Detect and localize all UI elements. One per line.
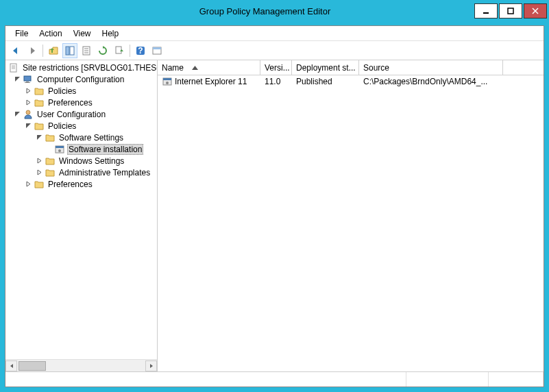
expand-icon[interactable] bbox=[36, 169, 43, 176]
svg-rect-27 bbox=[163, 78, 171, 80]
tree-body[interactable]: Site restrictions [SRVBLOG01.THESOL Comp… bbox=[5, 60, 157, 359]
tree-root[interactable]: Site restrictions [SRVBLOG01.THESOL bbox=[5, 62, 157, 73]
column-label: Versi... bbox=[265, 63, 290, 73]
options-button[interactable] bbox=[149, 43, 164, 58]
menubar: File Action View Help bbox=[5, 26, 544, 41]
policy-icon bbox=[8, 62, 19, 73]
svg-point-28 bbox=[166, 82, 169, 84]
svg-rect-15 bbox=[10, 64, 16, 72]
scroll-thumb[interactable] bbox=[19, 361, 46, 371]
tree-label: Preferences bbox=[47, 98, 94, 108]
tree-label: User Configuration bbox=[36, 110, 107, 119]
back-button[interactable] bbox=[8, 43, 23, 58]
tree-label: Software Settings bbox=[58, 133, 125, 143]
list-body[interactable]: Internet Explorer 11 11.0 Published C:\P… bbox=[158, 75, 544, 371]
tree-cc[interactable]: Computer Configuration bbox=[5, 73, 157, 85]
list-pane: Name Versi... Deployment st... Source In… bbox=[158, 60, 544, 371]
cell-name: Internet Explorer 11 bbox=[175, 77, 247, 86]
cell-deploy: Published bbox=[292, 77, 359, 86]
list-item[interactable]: Internet Explorer 11 11.0 Published C:\P… bbox=[158, 75, 544, 88]
collapse-icon[interactable] bbox=[14, 75, 21, 83]
up-button[interactable] bbox=[46, 43, 61, 58]
tree-uc-admin-tpl[interactable]: Administrative Templates bbox=[5, 167, 157, 178]
svg-rect-20 bbox=[26, 82, 29, 82]
tree-label: Site restrictions [SRVBLOG01.THESOL bbox=[21, 63, 157, 73]
refresh-button[interactable] bbox=[95, 43, 110, 58]
tree-label: Software installation bbox=[67, 144, 143, 155]
tree-uc-sw-settings[interactable]: Software Settings bbox=[5, 132, 157, 143]
column-name[interactable]: Name bbox=[158, 60, 260, 75]
window: Group Policy Management Editor File Acti… bbox=[0, 0, 549, 392]
collapse-icon[interactable] bbox=[25, 122, 32, 130]
list-header: Name Versi... Deployment st... Source bbox=[158, 60, 544, 75]
collapse-icon[interactable] bbox=[14, 110, 21, 118]
tree-cc-policies[interactable]: Policies bbox=[5, 85, 157, 97]
menu-help[interactable]: Help bbox=[97, 27, 125, 40]
column-label: Deployment st... bbox=[296, 63, 356, 73]
column-deployment[interactable]: Deployment st... bbox=[292, 60, 359, 75]
menu-action[interactable]: Action bbox=[34, 27, 67, 40]
column-label: Name bbox=[162, 63, 184, 73]
show-hide-tree-button[interactable] bbox=[62, 43, 77, 58]
scroll-left-button[interactable] bbox=[5, 360, 17, 371]
toolbar-separator bbox=[130, 45, 130, 57]
minimize-button[interactable] bbox=[474, 3, 498, 19]
user-icon bbox=[23, 109, 34, 120]
tree-label: Computer Configuration bbox=[36, 75, 125, 84]
toolbar: ? bbox=[5, 41, 544, 60]
tree-pane: Site restrictions [SRVBLOG01.THESOL Comp… bbox=[5, 60, 158, 371]
status-cell bbox=[489, 372, 544, 387]
folder-icon bbox=[34, 86, 45, 97]
svg-rect-24 bbox=[56, 146, 64, 148]
svg-rect-5 bbox=[70, 47, 74, 55]
column-label: Source bbox=[363, 63, 389, 73]
installer-icon bbox=[162, 76, 173, 87]
tree-uc-sw-install[interactable]: Software installation bbox=[5, 143, 157, 155]
folder-icon bbox=[34, 97, 45, 108]
expand-icon[interactable] bbox=[25, 87, 32, 95]
cell-source: C:\Packages\BrndOnly\AMD64_... bbox=[359, 77, 510, 86]
folder-icon bbox=[34, 121, 45, 132]
svg-rect-14 bbox=[153, 47, 161, 49]
menu-file[interactable]: File bbox=[10, 27, 34, 40]
status-cell bbox=[5, 372, 406, 387]
tree-uc-prefs[interactable]: Preferences bbox=[5, 178, 157, 190]
column-version[interactable]: Versi... bbox=[260, 60, 292, 75]
tree-uc-policies[interactable]: Policies bbox=[5, 120, 157, 132]
expand-icon[interactable] bbox=[36, 157, 43, 164]
column-spacer bbox=[503, 60, 544, 75]
column-source[interactable]: Source bbox=[359, 60, 503, 75]
titlebar: Group Policy Management Editor bbox=[1, 1, 548, 21]
properties-button[interactable] bbox=[79, 43, 94, 58]
collapse-icon[interactable] bbox=[36, 134, 43, 141]
panes: Site restrictions [SRVBLOG01.THESOL Comp… bbox=[5, 60, 544, 371]
window-title: Group Policy Management Editor bbox=[56, 6, 474, 16]
folder-icon bbox=[45, 156, 56, 167]
scroll-right-button[interactable] bbox=[145, 360, 157, 371]
tree-uc[interactable]: User Configuration bbox=[5, 108, 157, 120]
folder-icon bbox=[45, 167, 56, 178]
svg-text:?: ? bbox=[138, 46, 143, 56]
tree-label: Preferences bbox=[47, 180, 94, 189]
svg-rect-21 bbox=[25, 82, 30, 83]
tree-label: Policies bbox=[47, 86, 77, 96]
statusbar bbox=[5, 371, 544, 387]
close-button[interactable] bbox=[524, 3, 547, 19]
menu-view[interactable]: View bbox=[68, 27, 97, 40]
svg-rect-1 bbox=[508, 8, 513, 14]
folder-icon bbox=[45, 132, 56, 143]
expand-icon[interactable] bbox=[25, 180, 32, 188]
forward-button[interactable] bbox=[25, 43, 40, 58]
tree-uc-win-settings[interactable]: Windows Settings bbox=[5, 155, 157, 167]
computer-icon bbox=[23, 74, 34, 85]
horizontal-scrollbar[interactable] bbox=[5, 359, 157, 371]
export-button[interactable] bbox=[112, 43, 127, 58]
toolbar-separator bbox=[42, 45, 43, 57]
expand-icon[interactable] bbox=[25, 99, 32, 106]
maximize-button[interactable] bbox=[499, 3, 522, 19]
installer-icon bbox=[54, 144, 65, 155]
folder-icon bbox=[34, 179, 45, 190]
svg-rect-19 bbox=[24, 76, 31, 81]
tree-cc-prefs[interactable]: Preferences bbox=[5, 97, 157, 108]
help-button[interactable]: ? bbox=[133, 43, 148, 58]
